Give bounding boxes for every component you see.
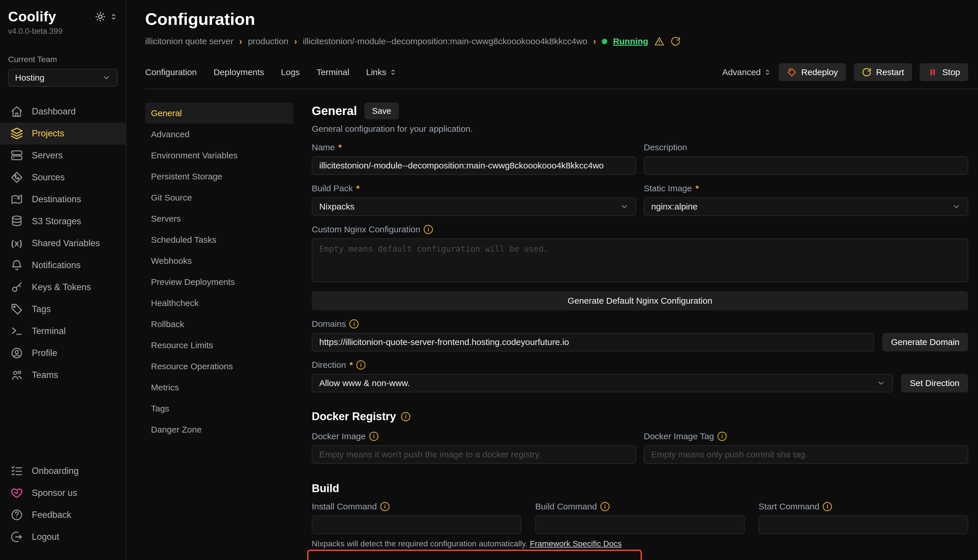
subnav-tags[interactable]: Tags bbox=[145, 398, 293, 419]
subnav-persistent-storage[interactable]: Persistent Storage bbox=[145, 166, 293, 187]
direction-value: Allow www & non-www. bbox=[319, 378, 410, 388]
sidebar-item-label: S3 Storages bbox=[32, 216, 81, 227]
restart-button[interactable]: Restart bbox=[854, 63, 912, 81]
breadcrumb-environment[interactable]: production bbox=[248, 37, 288, 46]
subnav-resource-operations[interactable]: Resource Operations bbox=[145, 356, 293, 377]
sidebar-item-terminal[interactable]: Terminal bbox=[0, 320, 126, 342]
info-icon[interactable]: i bbox=[823, 502, 832, 511]
tab-terminal[interactable]: Terminal bbox=[317, 67, 349, 77]
generate-nginx-button[interactable]: Generate Default Nginx Configuration bbox=[312, 291, 968, 310]
tab-configuration[interactable]: Configuration bbox=[145, 67, 197, 77]
status-badge[interactable]: Running bbox=[613, 37, 648, 46]
tab-deployments[interactable]: Deployments bbox=[213, 67, 264, 77]
info-icon[interactable]: i bbox=[369, 432, 378, 441]
framework-docs-link[interactable]: Framework Specific Docs bbox=[530, 539, 622, 548]
warning-icon[interactable] bbox=[654, 36, 665, 47]
status-dot bbox=[602, 39, 607, 44]
docker-image-input[interactable] bbox=[312, 445, 636, 464]
theme-sun-icon[interactable] bbox=[95, 12, 105, 22]
toolbar-divider bbox=[145, 89, 978, 89]
database-icon bbox=[10, 215, 23, 228]
sidebar-item-profile[interactable]: Profile bbox=[0, 342, 126, 364]
direction-select[interactable]: Allow www & non-www. bbox=[312, 374, 893, 392]
subnav-general[interactable]: General bbox=[145, 103, 293, 124]
subnav-healthcheck[interactable]: Healthcheck bbox=[145, 292, 293, 313]
redeploy-button[interactable]: Redeploy bbox=[779, 63, 846, 81]
team-select[interactable]: Hosting bbox=[8, 69, 118, 87]
breadcrumb-project[interactable]: illicitonion quote server bbox=[145, 37, 233, 46]
info-icon[interactable]: i bbox=[424, 225, 433, 234]
set-direction-button[interactable]: Set Direction bbox=[901, 374, 968, 392]
docker-image-tag-label: Docker Image Tag bbox=[644, 432, 714, 441]
sidebar-item-logout[interactable]: Logout bbox=[0, 526, 126, 548]
start-command-input[interactable] bbox=[759, 515, 968, 534]
info-icon[interactable]: i bbox=[356, 360, 366, 370]
info-icon[interactable]: i bbox=[380, 502, 390, 511]
toolbar: Configuration Deployments Logs Terminal … bbox=[145, 63, 968, 81]
subnav-resource-limits[interactable]: Resource Limits bbox=[145, 335, 293, 356]
sidebar-item-servers[interactable]: Servers bbox=[0, 145, 126, 167]
subnav-webhooks[interactable]: Webhooks bbox=[145, 250, 293, 271]
chevron-right-icon: › bbox=[239, 37, 242, 46]
sidebar-item-onboarding[interactable]: Onboarding bbox=[0, 460, 126, 482]
install-command-input[interactable] bbox=[312, 515, 522, 534]
app-logo: Coolify bbox=[8, 9, 56, 25]
build-pack-select[interactable]: Nixpacks bbox=[312, 197, 636, 216]
sidebar-header: Coolify v4.0.0-beta.399 Current Team Hos… bbox=[0, 9, 126, 87]
terminal-icon bbox=[10, 325, 23, 338]
subnav-preview-deployments[interactable]: Preview Deployments bbox=[145, 271, 293, 292]
stop-button[interactable]: Stop bbox=[919, 63, 968, 81]
sidebar-item-sponsor[interactable]: Sponsor us bbox=[0, 482, 126, 504]
custom-nginx-textarea[interactable] bbox=[312, 238, 968, 282]
name-input[interactable] bbox=[312, 156, 636, 175]
key-icon bbox=[10, 281, 23, 293]
chevron-down-icon bbox=[952, 202, 961, 211]
help-icon bbox=[10, 508, 23, 521]
subnav-scheduled-tasks[interactable]: Scheduled Tasks bbox=[145, 229, 293, 250]
section-subtitle: General configuration for your applicati… bbox=[312, 124, 968, 134]
generate-domain-button[interactable]: Generate Domain bbox=[882, 333, 968, 352]
tab-logs[interactable]: Logs bbox=[281, 67, 300, 77]
sidebar: Coolify v4.0.0-beta.399 Current Team Hos… bbox=[0, 0, 126, 560]
sidebar-item-teams[interactable]: Teams bbox=[0, 364, 126, 386]
sidebar-item-s3-storages[interactable]: S3 Storages bbox=[0, 210, 126, 232]
required-asterisk: * bbox=[356, 183, 360, 193]
theme-chevrons-icon[interactable] bbox=[110, 13, 118, 21]
static-image-select[interactable]: nginx:alpine bbox=[644, 197, 968, 216]
subnav-servers[interactable]: Servers bbox=[145, 208, 293, 229]
sidebar-item-projects[interactable]: Projects bbox=[0, 123, 126, 145]
sidebar-footer: Onboarding Sponsor us Feedback Logout bbox=[0, 460, 126, 548]
info-icon[interactable]: i bbox=[401, 412, 410, 421]
custom-nginx-label-row: Custom Nginx Configuration i bbox=[312, 225, 968, 234]
sidebar-item-sources[interactable]: Sources bbox=[0, 167, 126, 188]
sidebar-item-keys-tokens[interactable]: Keys & Tokens bbox=[0, 276, 126, 298]
sidebar-item-notifications[interactable]: Notifications bbox=[0, 254, 126, 276]
sidebar-item-tags[interactable]: Tags bbox=[0, 298, 126, 320]
subnav-rollback[interactable]: Rollback bbox=[145, 313, 293, 335]
refresh-icon[interactable] bbox=[670, 36, 681, 47]
domains-input[interactable] bbox=[312, 333, 874, 352]
save-button[interactable]: Save bbox=[364, 103, 398, 119]
subnav-advanced[interactable]: Advanced bbox=[145, 124, 293, 145]
sidebar-item-feedback[interactable]: Feedback bbox=[0, 504, 126, 526]
subnav-git-source[interactable]: Git Source bbox=[145, 187, 293, 208]
install-command-label-row: Install Command i bbox=[312, 502, 522, 512]
advanced-dropdown[interactable]: Advanced bbox=[722, 67, 771, 77]
description-label: Description bbox=[644, 142, 687, 152]
build-command-input[interactable] bbox=[535, 515, 745, 534]
description-input[interactable] bbox=[644, 156, 968, 175]
sidebar-item-destinations[interactable]: Destinations bbox=[0, 188, 126, 210]
breadcrumb-application[interactable]: illicitestonion/-module--decomposition:m… bbox=[303, 37, 587, 46]
subnav-environment-variables[interactable]: Environment Variables bbox=[145, 145, 293, 166]
info-icon[interactable]: i bbox=[717, 432, 727, 441]
sidebar-item-shared-variables[interactable]: (x) Shared Variables bbox=[0, 232, 126, 254]
tab-links[interactable]: Links bbox=[366, 67, 397, 77]
main-content: Configuration illicitonion quote server … bbox=[126, 0, 978, 560]
info-icon[interactable]: i bbox=[600, 502, 610, 511]
info-icon[interactable]: i bbox=[349, 319, 359, 328]
subnav-danger-zone[interactable]: Danger Zone bbox=[145, 419, 293, 440]
sidebar-item-dashboard[interactable]: Dashboard bbox=[0, 100, 126, 123]
subnav-metrics[interactable]: Metrics bbox=[145, 377, 293, 398]
docker-image-tag-input[interactable] bbox=[644, 445, 968, 464]
restart-label: Restart bbox=[876, 67, 904, 77]
